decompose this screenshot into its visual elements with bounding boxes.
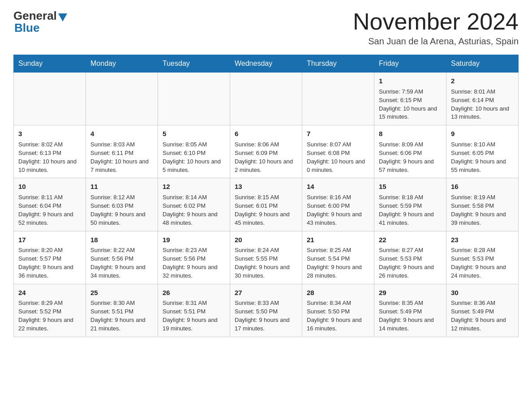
calendar-cell (86, 73, 158, 125)
column-header-sunday: Sunday (14, 55, 86, 73)
calendar-cell: 26Sunrise: 8:31 AMSunset: 5:51 PMDayligh… (158, 284, 230, 337)
calendar-cell: 13Sunrise: 8:15 AMSunset: 6:01 PMDayligh… (230, 178, 302, 231)
calendar-cell (302, 73, 374, 125)
calendar-cell: 10Sunrise: 8:11 AMSunset: 6:04 PMDayligh… (14, 178, 86, 231)
day-number: 26 (163, 288, 225, 298)
calendar-cell: 14Sunrise: 8:16 AMSunset: 6:00 PMDayligh… (302, 178, 374, 231)
calendar-cell: 16Sunrise: 8:19 AMSunset: 5:58 PMDayligh… (446, 178, 519, 231)
day-info: Sunrise: 8:33 AMSunset: 5:50 PMDaylight:… (235, 299, 297, 333)
logo: General Blue (13, 9, 67, 35)
day-info: Sunrise: 8:01 AMSunset: 6:14 PMDaylight:… (451, 88, 514, 121)
calendar-cell: 1Sunrise: 7:59 AMSunset: 6:15 PMDaylight… (374, 73, 446, 125)
calendar-cell: 23Sunrise: 8:28 AMSunset: 5:53 PMDayligh… (446, 231, 519, 284)
day-info: Sunrise: 8:24 AMSunset: 5:55 PMDaylight:… (235, 246, 297, 280)
calendar-header-row: SundayMondayTuesdayWednesdayThursdayFrid… (14, 55, 519, 73)
calendar-cell: 8Sunrise: 8:09 AMSunset: 6:06 PMDaylight… (374, 125, 446, 178)
day-info: Sunrise: 8:15 AMSunset: 6:01 PMDaylight:… (235, 193, 297, 227)
calendar-cell: 17Sunrise: 8:20 AMSunset: 5:57 PMDayligh… (14, 231, 86, 284)
day-number: 24 (18, 288, 81, 298)
calendar-cell: 18Sunrise: 8:22 AMSunset: 5:56 PMDayligh… (86, 231, 158, 284)
calendar-cell: 6Sunrise: 8:06 AMSunset: 6:09 PMDaylight… (230, 125, 302, 178)
day-number: 15 (379, 182, 442, 192)
calendar-week-row: 24Sunrise: 8:29 AMSunset: 5:52 PMDayligh… (14, 284, 519, 337)
calendar-cell: 22Sunrise: 8:27 AMSunset: 5:53 PMDayligh… (374, 231, 446, 284)
column-header-friday: Friday (374, 55, 446, 73)
day-info: Sunrise: 8:18 AMSunset: 5:59 PMDaylight:… (379, 193, 442, 227)
day-info: Sunrise: 8:23 AMSunset: 5:56 PMDaylight:… (163, 246, 225, 280)
day-number: 20 (235, 235, 297, 245)
day-number: 30 (451, 288, 514, 298)
column-header-saturday: Saturday (446, 55, 519, 73)
day-number: 9 (451, 129, 514, 139)
day-info: Sunrise: 7:59 AMSunset: 6:15 PMDaylight:… (379, 88, 442, 121)
day-info: Sunrise: 8:28 AMSunset: 5:53 PMDaylight:… (451, 246, 514, 280)
month-title: November 2024 (353, 9, 519, 34)
day-number: 27 (235, 288, 297, 298)
day-info: Sunrise: 8:31 AMSunset: 5:51 PMDaylight:… (163, 299, 225, 333)
calendar-table: SundayMondayTuesdayWednesdayThursdayFrid… (13, 55, 519, 337)
day-info: Sunrise: 8:12 AMSunset: 6:03 PMDaylight:… (90, 193, 153, 227)
day-number: 16 (451, 182, 514, 192)
day-number: 8 (379, 129, 442, 139)
calendar-cell: 5Sunrise: 8:05 AMSunset: 6:10 PMDaylight… (158, 125, 230, 178)
calendar-cell: 3Sunrise: 8:02 AMSunset: 6:13 PMDaylight… (14, 125, 86, 178)
day-info: Sunrise: 8:30 AMSunset: 5:51 PMDaylight:… (90, 299, 153, 333)
day-number: 29 (379, 288, 442, 298)
logo-blue-text: Blue (13, 21, 39, 35)
calendar-cell (158, 73, 230, 125)
day-info: Sunrise: 8:19 AMSunset: 5:58 PMDaylight:… (451, 193, 514, 227)
day-info: Sunrise: 8:03 AMSunset: 6:11 PMDaylight:… (90, 141, 153, 174)
day-number: 22 (379, 235, 442, 245)
logo-triangle-icon (58, 13, 67, 21)
day-number: 23 (451, 235, 514, 245)
day-number: 25 (90, 288, 153, 298)
day-number: 4 (90, 129, 153, 139)
calendar-cell: 20Sunrise: 8:24 AMSunset: 5:55 PMDayligh… (230, 231, 302, 284)
day-number: 28 (307, 288, 369, 298)
calendar-cell: 29Sunrise: 8:35 AMSunset: 5:49 PMDayligh… (374, 284, 446, 337)
calendar-cell: 27Sunrise: 8:33 AMSunset: 5:50 PMDayligh… (230, 284, 302, 337)
calendar-cell: 15Sunrise: 8:18 AMSunset: 5:59 PMDayligh… (374, 178, 446, 231)
calendar-cell: 12Sunrise: 8:14 AMSunset: 6:02 PMDayligh… (158, 178, 230, 231)
calendar-week-row: 1Sunrise: 7:59 AMSunset: 6:15 PMDaylight… (14, 73, 519, 125)
day-info: Sunrise: 8:20 AMSunset: 5:57 PMDaylight:… (18, 246, 81, 280)
day-number: 7 (307, 129, 369, 139)
calendar-cell (14, 73, 86, 125)
day-info: Sunrise: 8:29 AMSunset: 5:52 PMDaylight:… (18, 299, 81, 333)
day-info: Sunrise: 8:05 AMSunset: 6:10 PMDaylight:… (163, 141, 225, 174)
day-info: Sunrise: 8:25 AMSunset: 5:54 PMDaylight:… (307, 246, 369, 280)
day-number: 5 (163, 129, 225, 139)
day-number: 18 (90, 235, 153, 245)
title-area: November 2024 San Juan de la Arena, Astu… (353, 9, 519, 47)
day-info: Sunrise: 8:10 AMSunset: 6:05 PMDaylight:… (451, 141, 514, 174)
calendar-cell: 11Sunrise: 8:12 AMSunset: 6:03 PMDayligh… (86, 178, 158, 231)
day-info: Sunrise: 8:14 AMSunset: 6:02 PMDaylight:… (163, 193, 225, 227)
calendar-cell: 28Sunrise: 8:34 AMSunset: 5:50 PMDayligh… (302, 284, 374, 337)
day-info: Sunrise: 8:11 AMSunset: 6:04 PMDaylight:… (18, 193, 81, 227)
calendar-cell: 24Sunrise: 8:29 AMSunset: 5:52 PMDayligh… (14, 284, 86, 337)
day-number: 17 (18, 235, 81, 245)
day-info: Sunrise: 8:16 AMSunset: 6:00 PMDaylight:… (307, 193, 369, 227)
calendar-week-row: 10Sunrise: 8:11 AMSunset: 6:04 PMDayligh… (14, 178, 519, 231)
day-info: Sunrise: 8:36 AMSunset: 5:49 PMDaylight:… (451, 299, 514, 333)
day-info: Sunrise: 8:22 AMSunset: 5:56 PMDaylight:… (90, 246, 153, 280)
day-number: 11 (90, 182, 153, 192)
calendar-cell: 9Sunrise: 8:10 AMSunset: 6:05 PMDaylight… (446, 125, 519, 178)
day-number: 19 (163, 235, 225, 245)
column-header-wednesday: Wednesday (230, 55, 302, 73)
column-header-monday: Monday (86, 55, 158, 73)
day-info: Sunrise: 8:06 AMSunset: 6:09 PMDaylight:… (235, 141, 297, 174)
day-info: Sunrise: 8:35 AMSunset: 5:49 PMDaylight:… (379, 299, 442, 333)
calendar-cell: 7Sunrise: 8:07 AMSunset: 6:08 PMDaylight… (302, 125, 374, 178)
day-number: 10 (18, 182, 81, 192)
calendar-cell: 19Sunrise: 8:23 AMSunset: 5:56 PMDayligh… (158, 231, 230, 284)
calendar-cell: 25Sunrise: 8:30 AMSunset: 5:51 PMDayligh… (86, 284, 158, 337)
column-header-thursday: Thursday (302, 55, 374, 73)
page-header: General Blue November 2024 San Juan de l… (13, 9, 519, 47)
day-info: Sunrise: 8:34 AMSunset: 5:50 PMDaylight:… (307, 299, 369, 333)
column-header-tuesday: Tuesday (158, 55, 230, 73)
calendar-cell: 30Sunrise: 8:36 AMSunset: 5:49 PMDayligh… (446, 284, 519, 337)
day-number: 14 (307, 182, 369, 192)
calendar-cell: 21Sunrise: 8:25 AMSunset: 5:54 PMDayligh… (302, 231, 374, 284)
day-number: 2 (451, 76, 514, 86)
